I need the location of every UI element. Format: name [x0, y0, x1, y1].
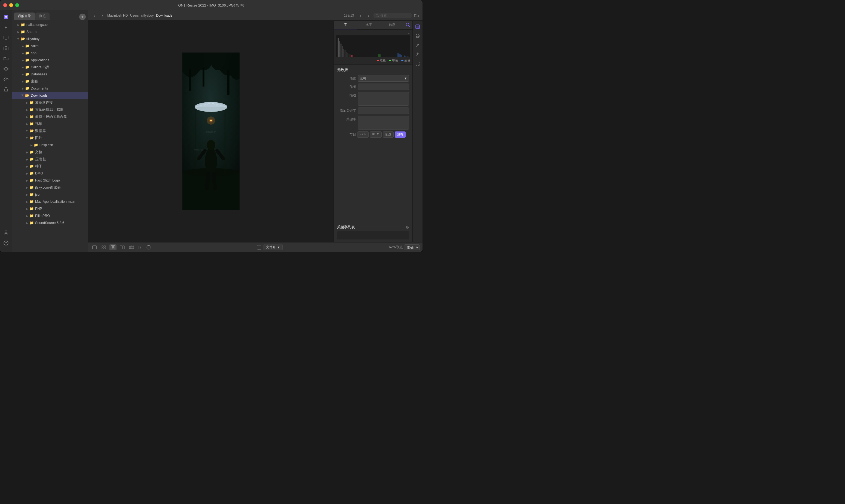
- tree-item-6[interactable]: ▶📁Calibre 书库: [12, 64, 88, 71]
- svg-rect-68: [401, 55, 402, 57]
- tree-item-13[interactable]: ▶📁蒙特祖玛的宝藏合集: [12, 113, 88, 120]
- tree-item-12[interactable]: ▶📁古墓丽影11：暗影: [12, 106, 88, 113]
- folder-icon-12: 📁: [30, 108, 34, 112]
- tree-item-2[interactable]: ▶📂sillyaboy: [12, 35, 88, 42]
- app-logo-icon[interactable]: O: [1, 13, 11, 22]
- breadcrumb-users[interactable]: Users: [130, 14, 139, 17]
- tab-iptc[interactable]: IPTC: [370, 131, 381, 138]
- photo-preview: macdo.cn macdo.cn: [182, 53, 239, 210]
- tree-item-22[interactable]: ▶📁Fast Glitch Logo: [12, 177, 88, 184]
- tab-horizontal[interactable]: 水平: [357, 21, 381, 30]
- tree-item-9[interactable]: ▶📁Documents: [12, 85, 88, 92]
- view-filmstrip-icon[interactable]: [128, 245, 135, 250]
- profile-icon[interactable]: [1, 228, 11, 237]
- tab-none[interactable]: 没有: [395, 131, 406, 138]
- svg-point-41: [205, 148, 217, 175]
- filename-checkbox[interactable]: [257, 245, 261, 250]
- preview-area[interactable]: macdo.cn macdo.cn: [88, 21, 334, 242]
- tree-item-27[interactable]: ▶📁PliimPRO: [12, 212, 88, 219]
- view-compare-icon[interactable]: [119, 245, 126, 250]
- tree-item-3[interactable]: ▶📁Adim: [12, 42, 88, 50]
- preset-row: 预置 没有 ▼: [337, 75, 409, 82]
- tab-browse[interactable]: 浏览: [35, 13, 50, 20]
- description-textarea[interactable]: [358, 92, 409, 106]
- print-icon[interactable]: [1, 85, 11, 94]
- tree-item-5[interactable]: ▶📁Applications: [12, 57, 88, 64]
- tree-item-21[interactable]: ▶📁DMG: [12, 170, 88, 177]
- tree-item-15[interactable]: ▶📂数据库: [12, 127, 88, 134]
- metadata-title: 元数据: [337, 68, 409, 72]
- folder-icon-25: 📁: [30, 199, 34, 204]
- wand-icon[interactable]: [414, 41, 421, 49]
- next-page-button[interactable]: ›: [365, 12, 372, 19]
- view-single-icon[interactable]: [91, 245, 98, 250]
- breadcrumb-downloads[interactable]: Downloads: [156, 14, 172, 17]
- view-detail-icon[interactable]: [109, 245, 116, 250]
- view-flag-icon[interactable]: [137, 245, 144, 250]
- svg-rect-51: [338, 38, 339, 57]
- breadcrumb: Macintosh HD | Users | sillyaboy | Downl…: [107, 14, 172, 17]
- help-icon[interactable]: ?: [1, 238, 11, 248]
- maximize-button[interactable]: [15, 3, 19, 7]
- preset-select[interactable]: 没有 ▼: [358, 75, 409, 82]
- add-keywords-input[interactable]: [358, 108, 409, 114]
- raw-select[interactable]: 准确: [404, 245, 420, 250]
- close-button[interactable]: [3, 3, 7, 7]
- tree-arrow-1: ▶: [16, 30, 21, 34]
- monitor-icon[interactable]: [1, 33, 11, 42]
- tree-item-17[interactable]: ▶📁unsplash: [12, 142, 88, 149]
- keywords-textarea[interactable]: [358, 116, 409, 129]
- tab-no[interactable]: 不: [334, 21, 357, 30]
- tree-item-23[interactable]: ▶📁jfsky.com-面试表: [12, 184, 88, 191]
- minimize-button[interactable]: [9, 3, 13, 7]
- tree-item-18[interactable]: ▶📁文档: [12, 149, 88, 156]
- sidebar-add-button[interactable]: +: [79, 14, 86, 20]
- print-right-icon[interactable]: [414, 32, 421, 40]
- layers-icon[interactable]: [1, 64, 11, 73]
- tree-item-24[interactable]: ▶📁json: [12, 191, 88, 198]
- tree-item-20[interactable]: ▶📁种子: [12, 163, 88, 170]
- camera-icon[interactable]: [1, 43, 11, 53]
- tree-item-8[interactable]: ▶📁桌面: [12, 78, 88, 85]
- tree-item-11[interactable]: ▶📁放高速连接: [12, 99, 88, 106]
- back-button[interactable]: ‹: [91, 12, 97, 19]
- folder-nav-icon[interactable]: [1, 54, 11, 63]
- tree-item-16[interactable]: ▶📂图片: [12, 134, 88, 142]
- search-input[interactable]: [380, 14, 408, 17]
- plus-icon[interactable]: +: [1, 23, 11, 32]
- folder-open-button[interactable]: [413, 12, 420, 19]
- view-grid-icon[interactable]: [100, 245, 107, 250]
- expand-icon[interactable]: [414, 23, 421, 31]
- fullscreen-icon[interactable]: [414, 60, 421, 68]
- breadcrumb-macintosh[interactable]: Macintosh HD: [107, 14, 128, 17]
- tree-item-25[interactable]: ▶📁Mac-App-localization-main: [12, 198, 88, 205]
- svg-rect-75: [416, 36, 419, 37]
- tree-item-10[interactable]: ▶📂Downloads: [12, 92, 88, 99]
- tab-info[interactable]: 信息: [380, 21, 404, 30]
- svg-point-42: [206, 140, 215, 150]
- tree-item-14[interactable]: ▶📁视频: [12, 120, 88, 127]
- tree-item-7[interactable]: ▶📁Databases: [12, 71, 88, 78]
- tree-label-1: Shared: [26, 30, 86, 34]
- tree-item-19[interactable]: ▶📁压缩包: [12, 156, 88, 163]
- tree-item-26[interactable]: ▶📁PHP: [12, 205, 88, 212]
- tree-item-0[interactable]: ▶📁nailaotongxue: [12, 21, 88, 28]
- cloud-icon[interactable]: [1, 75, 11, 84]
- breadcrumb-sillyaboy[interactable]: sillyaboy: [141, 14, 154, 17]
- folder-icon-23: 📁: [30, 185, 34, 190]
- svg-rect-57: [346, 52, 347, 57]
- author-input[interactable]: [358, 84, 409, 90]
- share-icon[interactable]: [414, 51, 421, 58]
- keywords-gear-icon[interactable]: ⚙: [406, 225, 409, 229]
- folder-icon-1: 📁: [21, 30, 25, 34]
- tab-my-catalog[interactable]: 我的目录: [14, 13, 35, 20]
- tab-exif[interactable]: EXIF: [357, 131, 368, 138]
- tree-item-28[interactable]: ▶📁SoundSource 5.3.6: [12, 219, 88, 227]
- prev-page-button[interactable]: ‹: [357, 12, 364, 19]
- tab-location[interactable]: 地点: [383, 131, 394, 138]
- tree-item-1[interactable]: ▶📁Shared: [12, 28, 88, 35]
- sort-by-filename[interactable]: 文件名 ▼: [264, 244, 283, 250]
- forward-button[interactable]: ›: [99, 12, 106, 19]
- search-panel-icon[interactable]: [404, 21, 412, 30]
- tree-item-4[interactable]: ▶📁app: [12, 50, 88, 57]
